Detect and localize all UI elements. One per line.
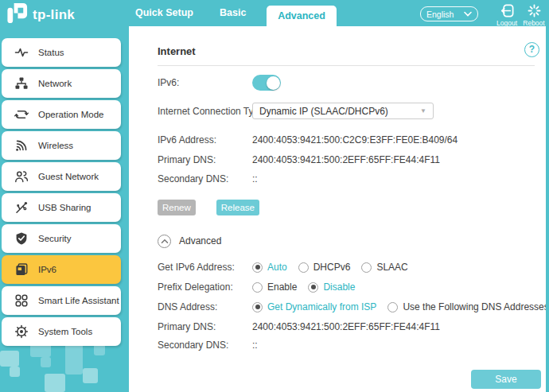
radio-icon <box>252 302 263 312</box>
sidebar-item-label: IPv6 <box>38 265 56 274</box>
tab-basic[interactable]: Basic <box>220 0 246 26</box>
release-button[interactable]: Release <box>216 200 259 215</box>
sidebar-item-label: Smart Life Assistant <box>38 296 119 305</box>
radio-icon <box>387 302 398 312</box>
radio-label: Get Dynamically from ISP <box>267 301 376 312</box>
radio-label: Disable <box>323 281 355 293</box>
radio-label: Auto <box>267 262 287 273</box>
radio-dhcpv6[interactable]: DHCPv6 <box>298 262 351 273</box>
advanced-collapse-toggle[interactable]: Advanced <box>158 234 541 248</box>
advanced-section-title: Advanced <box>179 235 221 246</box>
prefix-delegation-row: Prefix Delegation: Enable Disable <box>158 281 541 293</box>
sidebar-item-usb-sharing[interactable]: USB Sharing <box>2 193 121 222</box>
decor-square <box>10 367 20 377</box>
divider <box>158 65 535 66</box>
radio-icon <box>252 282 263 293</box>
get-ipv6-address-label: Get IPv6 Address: <box>158 262 252 273</box>
logo-text: tp-link <box>33 7 75 23</box>
renew-button[interactable]: Renew <box>158 200 196 215</box>
connection-type-select[interactable]: Dynamic IP (SLAAC/DHCPv6) ▼ <box>252 103 434 119</box>
prefix-delegation-label: Prefix Delegation: <box>158 281 252 293</box>
connection-type-value: Dynamic IP (SLAAC/DHCPv6) <box>259 106 388 117</box>
sidebar-item-system-tools[interactable]: System Tools <box>2 317 121 346</box>
sidebar-item-guest-network[interactable]: Guest Network <box>2 162 121 191</box>
main-panel: ? Internet IPv6: Internet Connection Typ… <box>129 26 546 392</box>
advanced-primary-dns-row: Primary DNS: 2400:4053:9421:500:2EFF:65F… <box>158 320 541 332</box>
app-header: tp-link Quick Setup Basic Advanced Engli… <box>0 0 549 26</box>
sidebar-item-label: Status <box>38 48 64 57</box>
radio-label: DHCPv6 <box>313 262 351 273</box>
sidebar-item-security[interactable]: Security <box>2 224 121 253</box>
ipv6-address-label: IPv6 Address: <box>158 134 252 146</box>
advanced-secondary-dns-row: Secondary DNS: :: <box>158 339 541 351</box>
radio-get-dynamically[interactable]: Get Dynamically from ISP <box>252 301 376 312</box>
language-value: English <box>426 10 454 19</box>
sidebar-item-label: Guest Network <box>38 172 99 181</box>
sidebar-item-network[interactable]: Network <box>2 69 121 98</box>
sidebar-item-status[interactable]: Status <box>2 38 121 67</box>
sidebar-item-label: Wireless <box>38 141 73 150</box>
radio-label: Use the Following DNS Addresses <box>403 301 548 312</box>
network-icon <box>14 76 29 91</box>
usb-icon <box>14 200 29 215</box>
page-title: Internet <box>158 45 541 57</box>
radio-auto[interactable]: Auto <box>252 262 287 273</box>
tp-link-p-icon <box>6 2 29 28</box>
dns-address-label: DNS Address: <box>158 301 252 312</box>
secondary-dns-row: Secondary DNS: :: <box>158 173 541 184</box>
sidebar: Status Network <box>0 26 129 392</box>
shield-icon <box>14 231 29 246</box>
advanced-primary-dns-label: Primary DNS: <box>158 321 252 332</box>
dropdown-caret-icon: ▼ <box>420 107 426 114</box>
primary-dns-label: Primary DNS: <box>158 154 252 165</box>
connection-type-label: Internet Connection Type: <box>158 106 252 117</box>
tp-link-logo: tp-link <box>6 2 75 28</box>
reboot-icon <box>527 3 542 18</box>
radio-icon <box>298 262 309 273</box>
decor-square <box>45 374 65 392</box>
secondary-dns-value: :: <box>252 173 258 184</box>
ipv6-address-row: IPv6 Address: 2400:4053:9421:500:C2C9:E3… <box>158 134 541 146</box>
save-button[interactable]: Save <box>471 370 541 389</box>
decor-square <box>41 357 51 367</box>
logout-icon <box>500 3 515 18</box>
pulse-icon <box>14 45 29 60</box>
reboot-button[interactable]: Reboot <box>516 3 549 27</box>
decor-square <box>30 336 51 357</box>
radio-disable[interactable]: Disable <box>308 281 355 293</box>
sidebar-item-wireless[interactable]: Wireless <box>2 131 121 160</box>
help-icon[interactable]: ? <box>524 42 539 57</box>
sidebar-item-label: Security <box>38 234 72 243</box>
sidebar-item-label: USB Sharing <box>38 203 91 212</box>
logout-label: Logout <box>496 19 517 27</box>
connection-type-row: Internet Connection Type: Dynamic IP (SL… <box>158 103 541 119</box>
save-row: Save <box>158 370 541 389</box>
chevron-up-circle-icon <box>158 235 171 248</box>
tab-quick-setup[interactable]: Quick Setup <box>135 0 193 26</box>
tab-advanced[interactable]: Advanced <box>267 6 337 27</box>
primary-dns-row: Primary DNS: 2400:4053:9421:500:2EFF:65F… <box>158 153 541 165</box>
router-admin-page: tp-link Quick Setup Basic Advanced Engli… <box>0 0 549 392</box>
ipv6-address-value: 2400:4053:9421:500:C2C9:E3FF:FE0E:B409/6… <box>252 134 458 146</box>
ipv6-label: IPv6: <box>158 77 252 88</box>
sidebar-item-ipv6[interactable]: IPv6 <box>2 255 121 284</box>
action-buttons-row: Renew Release <box>158 200 541 215</box>
sidebar-item-smart-life-assistant[interactable]: Smart Life Assistant <box>2 286 121 315</box>
radio-icon <box>252 262 263 273</box>
smart-life-icon <box>14 293 29 308</box>
radio-enable[interactable]: Enable <box>252 281 297 293</box>
decor-square <box>65 341 83 375</box>
reboot-label: Reboot <box>523 19 544 27</box>
ipv6-card-icon <box>14 262 29 277</box>
dns-address-row: DNS Address: Get Dynamically from ISP Us… <box>158 301 541 313</box>
sidebar-item-operation-mode[interactable]: Operation Mode <box>2 100 121 129</box>
radio-use-following-dns[interactable]: Use the Following DNS Addresses <box>387 301 548 312</box>
sidebar-item-label: System Tools <box>38 327 92 336</box>
ipv6-toggle[interactable] <box>252 75 281 91</box>
page-right-border <box>546 26 549 392</box>
advanced-primary-dns-value: 2400:4053:9421:500:2EFF:65FF:FE44:4F11 <box>252 321 440 332</box>
radio-slaac[interactable]: SLAAC <box>361 262 407 273</box>
language-select[interactable]: English <box>420 6 478 21</box>
sidebar-item-label: Operation Mode <box>38 110 103 119</box>
advanced-secondary-dns-value: :: <box>252 340 258 351</box>
